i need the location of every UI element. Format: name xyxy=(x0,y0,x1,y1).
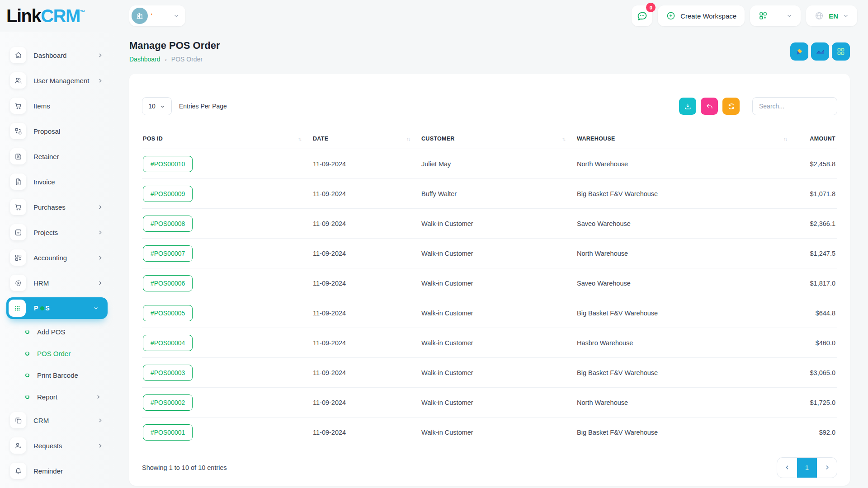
pagination-next-button[interactable] xyxy=(817,458,837,478)
chevron-right-icon xyxy=(97,280,103,286)
pos-id-link[interactable]: #POS00005 xyxy=(143,305,193,321)
pos-id-link[interactable]: #POS00009 xyxy=(143,186,193,202)
table-row: #POS00006 11-09-2024 Walk-in Customer Sa… xyxy=(142,268,837,298)
create-workspace-button[interactable]: Create Workspace xyxy=(658,5,745,26)
undo-arrow-icon xyxy=(705,102,714,111)
chevron-right-icon xyxy=(97,204,103,210)
sidebar-item-pos-active[interactable]: PS xyxy=(6,297,108,319)
cell-amount: $1,071.8 xyxy=(797,179,837,209)
col-header-warehouse[interactable]: WAREHOUSE↑↓ xyxy=(576,129,797,149)
home-icon xyxy=(10,47,26,63)
table-row: #POS00009 11-09-2024 Buffy Walter Big Ba… xyxy=(142,179,837,209)
cell-customer: Walk-in Customer xyxy=(420,209,576,239)
cart-icon xyxy=(10,199,26,215)
sidebar-item-requests[interactable]: Requests xyxy=(6,433,117,458)
pos-id-link[interactable]: #POS00001 xyxy=(143,424,193,441)
col-header-pos-id[interactable]: POS ID↑↓ xyxy=(142,129,312,149)
cell-date: 11-09-2024 xyxy=(312,149,420,179)
bullet-icon xyxy=(25,373,29,377)
pos-id-link[interactable]: #POS00008 xyxy=(143,216,193,232)
floppy-icon xyxy=(10,148,26,164)
pos-id-link[interactable]: #POS00010 xyxy=(143,156,193,172)
sidebar-item-hrm[interactable]: HRM xyxy=(6,270,117,296)
sidebar-item-retainer[interactable]: Retainer xyxy=(6,144,117,169)
sidebar-item-proposal[interactable]: Proposal xyxy=(6,118,117,144)
cell-customer: Walk-in Customer xyxy=(420,358,576,388)
sort-icon: ↑↓ xyxy=(783,136,787,141)
create-workspace-label: Create Workspace xyxy=(680,12,736,20)
pos-o-dot xyxy=(40,306,44,310)
transfer-icon xyxy=(10,123,26,139)
square-check-icon xyxy=(10,224,26,240)
pos-order-card: 10 Entries Per Page xyxy=(129,74,850,486)
apps-dropdown[interactable] xyxy=(750,5,801,26)
sidebar-item-items[interactable]: Items xyxy=(6,93,117,118)
sidebar-item-dashboard[interactable]: Dashboard xyxy=(6,42,117,68)
table-row: #POS00004 11-09-2024 Walk-in Customer Ha… xyxy=(142,328,837,358)
showing-entries-text: Showing 1 to 10 of 10 entries xyxy=(142,464,227,471)
cell-date: 11-09-2024 xyxy=(312,268,420,298)
copy-frames-icon xyxy=(10,412,26,428)
sidebar: Dashboard User Management Items Proposal xyxy=(0,32,117,488)
sidebar-subitem-report[interactable]: Report xyxy=(6,386,117,408)
messenger-button[interactable]: 0 xyxy=(632,5,652,26)
cell-customer: Walk-in Customer xyxy=(420,418,576,447)
pos-id-link[interactable]: #POS00006 xyxy=(143,275,193,291)
pos-id-link[interactable]: #POS00003 xyxy=(143,365,193,381)
pos-id-link[interactable]: #POS00004 xyxy=(143,335,193,351)
chevron-right-icon xyxy=(97,78,103,84)
pagination-prev-button[interactable] xyxy=(777,458,797,478)
sidebar-subitem-pos-order-active[interactable]: POS Order xyxy=(6,343,117,364)
chevron-right-icon xyxy=(824,464,830,471)
search-input[interactable] xyxy=(752,97,837,115)
export-download-button[interactable] xyxy=(679,98,696,115)
cell-amount: $3,065.0 xyxy=(797,358,837,388)
table-footer: Showing 1 to 10 of 10 entries 1 xyxy=(142,457,837,478)
breadcrumb-dashboard[interactable]: Dashboard xyxy=(129,56,160,63)
sidebar-item-user-management[interactable]: User Management xyxy=(6,68,117,93)
cell-warehouse: North Warehouse xyxy=(576,388,797,418)
plus-circle-icon xyxy=(666,11,676,21)
sidebar-item-accounting[interactable]: Accounting xyxy=(6,245,117,270)
pos-id-link[interactable]: #POS00002 xyxy=(143,394,193,411)
sidebar-item-purchases[interactable]: Purchases xyxy=(6,194,117,220)
sidebar-item-invoice[interactable]: Invoice xyxy=(6,169,117,194)
reset-button[interactable] xyxy=(701,98,718,115)
dots-grid-icon xyxy=(9,300,26,317)
main-content: Manage POS Order Dashboard › POS Order xyxy=(117,32,868,488)
grid-view-button[interactable] xyxy=(832,42,850,61)
chart-view-button[interactable] xyxy=(811,42,829,61)
col-header-date[interactable]: DATE↑↓ xyxy=(312,129,420,149)
sidebar-item-projects[interactable]: Projects xyxy=(6,220,117,245)
cell-warehouse: Big Basket F&V Warehouse xyxy=(576,358,797,388)
pos-id-link[interactable]: #POS00007 xyxy=(143,245,193,262)
bullet-icon xyxy=(25,352,29,356)
language-selector[interactable]: EN xyxy=(806,5,857,26)
cell-amount: $2,458.8 xyxy=(797,149,837,179)
edit-pos-button[interactable] xyxy=(790,42,808,61)
pagination-page-1[interactable]: 1 xyxy=(797,458,817,478)
cell-customer: Walk-in Customer xyxy=(420,239,576,268)
refresh-button[interactable] xyxy=(722,98,740,115)
sidebar-subitem-print-barcode[interactable]: Print Barcode xyxy=(6,364,117,386)
col-header-amount[interactable]: AMOUNT xyxy=(797,129,837,149)
workspace-selector[interactable]: ' xyxy=(129,5,185,26)
col-header-customer[interactable]: CUSTOMER↑↓ xyxy=(420,129,576,149)
sidebar-subitem-add-pos[interactable]: Add POS xyxy=(6,321,117,343)
entries-per-page-select[interactable]: 10 xyxy=(142,97,172,115)
bell-icon xyxy=(10,463,26,479)
workspace-avatar xyxy=(132,8,148,24)
cell-amount: $460.0 xyxy=(797,328,837,358)
page-title: Manage POS Order xyxy=(129,40,220,52)
sidebar-item-crm[interactable]: CRM xyxy=(6,408,117,433)
cell-customer: Walk-in Customer xyxy=(420,388,576,418)
sidebar-item-reminder[interactable]: Reminder xyxy=(6,458,117,483)
app-logo[interactable]: LinkCRM™ xyxy=(6,6,117,26)
cell-warehouse: Hasbro Warehouse xyxy=(576,328,797,358)
cell-amount: $644.8 xyxy=(797,298,837,328)
wave-icon xyxy=(815,47,825,56)
chevron-left-icon xyxy=(784,464,791,471)
cell-customer: Buffy Walter xyxy=(420,179,576,209)
cell-amount: $1,725.0 xyxy=(797,388,837,418)
cell-warehouse: Big Basket F&V Warehouse xyxy=(576,418,797,447)
